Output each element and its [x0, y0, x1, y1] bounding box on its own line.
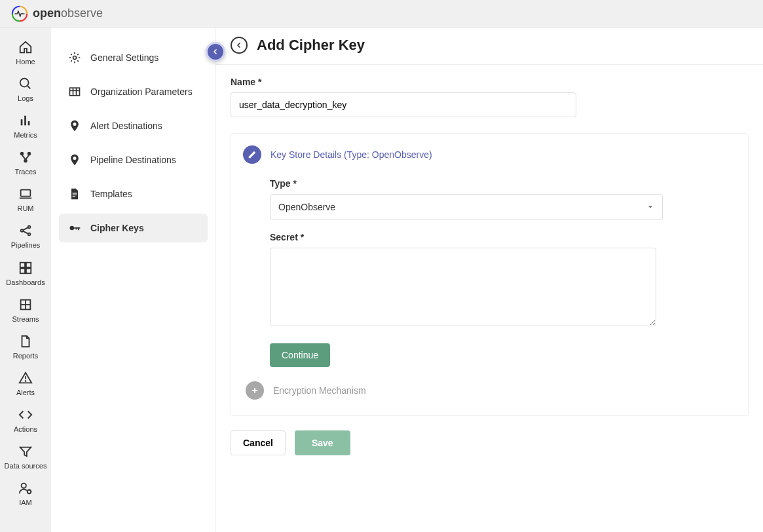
svg-rect-6: [21, 119, 23, 125]
svg-rect-20: [26, 262, 31, 267]
brand-logo[interactable]: openobserve: [10, 5, 103, 23]
svg-rect-12: [21, 190, 31, 197]
bars-icon: [18, 113, 33, 128]
name-input[interactable]: [231, 92, 576, 117]
svg-line-5: [28, 86, 31, 89]
nav-dashboards[interactable]: Dashboards: [3, 255, 48, 290]
settings-general[interactable]: General Settings: [59, 43, 208, 72]
file-icon: [18, 333, 33, 349]
settings-label: Pipeline Destinations: [90, 155, 176, 165]
settings-label: Organization Parameters: [90, 86, 193, 97]
nav-iam[interactable]: IAM: [3, 475, 48, 510]
pin-icon: [68, 153, 81, 166]
svg-rect-22: [26, 268, 31, 273]
svg-rect-7: [24, 116, 26, 126]
svg-rect-41: [73, 196, 75, 197]
code-icon: [18, 407, 33, 423]
icon-nav: Home Logs Metrics Traces RUM Pipelines D…: [0, 28, 51, 532]
svg-rect-19: [20, 262, 25, 267]
svg-point-14: [21, 230, 24, 233]
cancel-button[interactable]: Cancel: [231, 430, 286, 455]
traces-icon: [18, 149, 33, 165]
svg-point-10: [28, 153, 31, 155]
svg-rect-21: [20, 268, 25, 273]
nav-reports[interactable]: Reports: [3, 328, 48, 364]
nav-home[interactable]: Home: [3, 34, 48, 69]
chevron-left-icon: [212, 48, 219, 56]
laptop-icon: [18, 186, 33, 202]
svg-rect-44: [78, 227, 79, 230]
svg-rect-43: [73, 227, 80, 229]
nav-traces[interactable]: Traces: [3, 144, 48, 180]
pin-icon: [68, 119, 81, 132]
user-cog-icon: [18, 480, 33, 496]
svg-line-18: [23, 231, 28, 234]
name-label: Name *: [231, 77, 749, 87]
secret-label: Secret *: [270, 232, 736, 242]
svg-point-11: [24, 160, 27, 162]
step-keystore-card: Key Store Details (Type: OpenObserve) Ty…: [231, 133, 749, 416]
nav-rum[interactable]: RUM: [3, 181, 48, 216]
chevron-left-icon: [235, 41, 243, 49]
box-icon: [18, 297, 33, 313]
brand-name: openobserve: [33, 7, 103, 20]
settings-label: Templates: [90, 189, 132, 199]
svg-rect-45: [76, 227, 77, 229]
footer-actions: Cancel Save: [231, 419, 749, 455]
collapse-handle[interactable]: [206, 42, 225, 62]
plus-badge-icon: [246, 381, 264, 400]
settings-alert-dest[interactable]: Alert Destinations: [59, 111, 208, 140]
settings-nav: General Settings Organization Parameters…: [51, 28, 216, 532]
secret-input[interactable]: [270, 248, 656, 326]
svg-point-34: [73, 56, 77, 60]
filter-icon: [18, 444, 33, 459]
document-icon: [68, 187, 81, 200]
svg-point-29: [28, 490, 31, 494]
step1-title: Key Store Details (Type: OpenObserve): [270, 149, 432, 160]
content: Add Cipher Key Name * Key Store Details …: [216, 28, 763, 532]
type-select[interactable]: OpenObserve: [270, 194, 663, 220]
settings-cipher-keys[interactable]: Cipher Keys: [59, 214, 208, 242]
alert-icon: [18, 370, 33, 386]
page-title: Add Cipher Key: [257, 37, 365, 54]
svg-point-42: [70, 226, 75, 231]
topbar: openobserve: [0, 0, 763, 28]
settings-org[interactable]: Organization Parameters: [59, 77, 208, 106]
table-icon: [68, 85, 81, 98]
home-icon: [18, 39, 33, 55]
svg-point-9: [21, 153, 24, 155]
nav-datasources[interactable]: Data sources: [3, 438, 48, 474]
nav-logs[interactable]: Logs: [3, 71, 48, 106]
type-select-value: OpenObserve: [278, 202, 335, 212]
svg-rect-35: [70, 88, 80, 96]
svg-point-16: [28, 233, 31, 236]
key-icon: [68, 221, 81, 235]
share-icon: [18, 223, 33, 238]
nav-metrics[interactable]: Metrics: [3, 107, 48, 143]
nav-pipelines[interactable]: Pipelines: [3, 218, 48, 253]
logo-icon: [10, 5, 29, 23]
settings-label: General Settings: [90, 52, 158, 63]
settings-pipe-dest[interactable]: Pipeline Destinations: [59, 145, 208, 174]
edit-badge-icon: [243, 145, 261, 164]
gear-icon: [68, 51, 81, 64]
svg-point-28: [22, 484, 26, 488]
svg-rect-40: [73, 195, 77, 195]
nav-streams[interactable]: Streams: [3, 292, 48, 327]
nav-alerts[interactable]: Alerts: [3, 365, 48, 400]
page-header: Add Cipher Key: [216, 28, 763, 65]
save-button[interactable]: Save: [295, 430, 350, 455]
nav-actions[interactable]: Actions: [3, 402, 48, 437]
step2-title: Encryption Mechanism: [273, 385, 366, 396]
svg-point-4: [20, 79, 29, 87]
continue-button[interactable]: Continue: [270, 343, 330, 367]
grid-icon: [18, 260, 33, 276]
back-button[interactable]: [231, 37, 248, 54]
svg-rect-39: [73, 193, 77, 193]
settings-templates[interactable]: Templates: [59, 180, 208, 208]
settings-label: Alert Destinations: [90, 121, 162, 131]
svg-point-27: [26, 381, 26, 381]
svg-rect-8: [28, 121, 30, 125]
svg-line-17: [23, 228, 28, 231]
svg-point-15: [28, 226, 31, 229]
